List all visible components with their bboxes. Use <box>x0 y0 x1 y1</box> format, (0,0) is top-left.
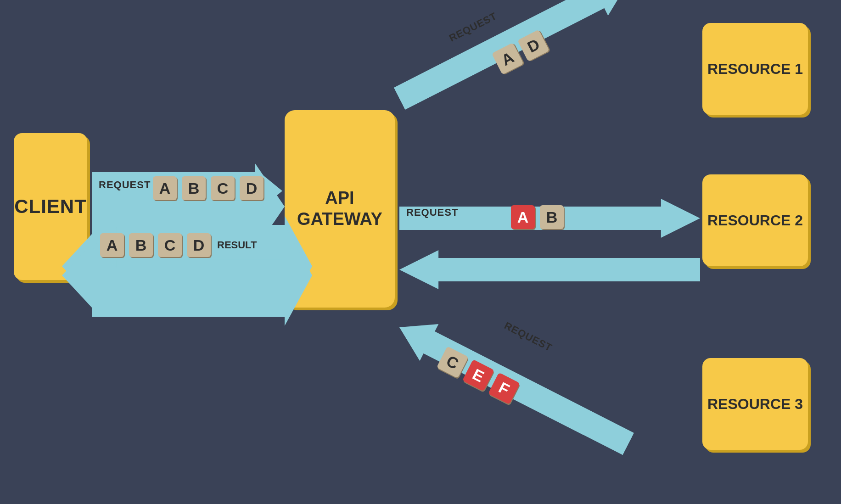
diagram-container: CLIENT API GATEWAY RESOURCE 1 RESOURCE 2… <box>0 0 841 504</box>
tile-D2: D <box>187 233 211 257</box>
tile-B2: B <box>129 233 153 257</box>
tile-B1: B <box>182 176 206 200</box>
return-r2-arrow <box>399 250 700 289</box>
tiles-r2: A B <box>510 205 565 229</box>
tile-A1: A <box>153 176 177 200</box>
tile-A2: A <box>100 233 124 257</box>
request-r2-label: REQUEST <box>406 207 458 218</box>
tile-C1: C <box>211 176 235 200</box>
tile-D1: D <box>240 176 264 200</box>
tiles-main-request: A B C D <box>151 176 265 200</box>
client-box: CLIENT <box>14 133 87 280</box>
client-label: CLIENT <box>14 196 87 218</box>
gateway-box: API GATEWAY <box>285 110 395 308</box>
resource3-box: RESOURCE 3 <box>702 358 808 450</box>
resource3-label: RESOURCE 3 <box>707 396 803 413</box>
gateway-label: API GATEWAY <box>285 188 395 230</box>
resource1-label: RESOURCE 1 <box>707 61 803 78</box>
tile-r2-B: B <box>540 205 564 229</box>
request-r3-label: REQUEST <box>502 319 554 354</box>
result-main-label: RESULT <box>217 239 257 251</box>
request-main-label: REQUEST <box>99 179 151 191</box>
svg-marker-3 <box>62 216 312 317</box>
resource1-box: RESOURCE 1 <box>702 23 808 115</box>
tile-r2-A: A <box>511 205 535 229</box>
tile-C2: C <box>158 233 182 257</box>
resource2-label: RESOURCE 2 <box>707 212 803 229</box>
tiles-main-result: A B C D RESULT <box>99 233 257 257</box>
resource2-box: RESOURCE 2 <box>702 174 808 266</box>
